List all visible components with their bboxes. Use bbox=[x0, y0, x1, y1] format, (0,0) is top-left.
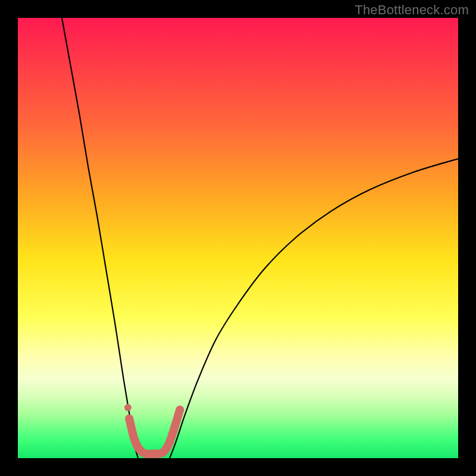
marker-left-dot bbox=[124, 404, 131, 411]
curve-group bbox=[62, 18, 458, 458]
chart-frame: TheBottleneck.com bbox=[0, 0, 476, 476]
series-left-curve bbox=[62, 18, 138, 458]
watermark-text: TheBottleneck.com bbox=[355, 2, 469, 18]
series-highlight-segment bbox=[129, 410, 180, 455]
plot-area bbox=[18, 18, 458, 458]
series-right-curve bbox=[170, 159, 458, 458]
curve-layer bbox=[18, 18, 458, 458]
